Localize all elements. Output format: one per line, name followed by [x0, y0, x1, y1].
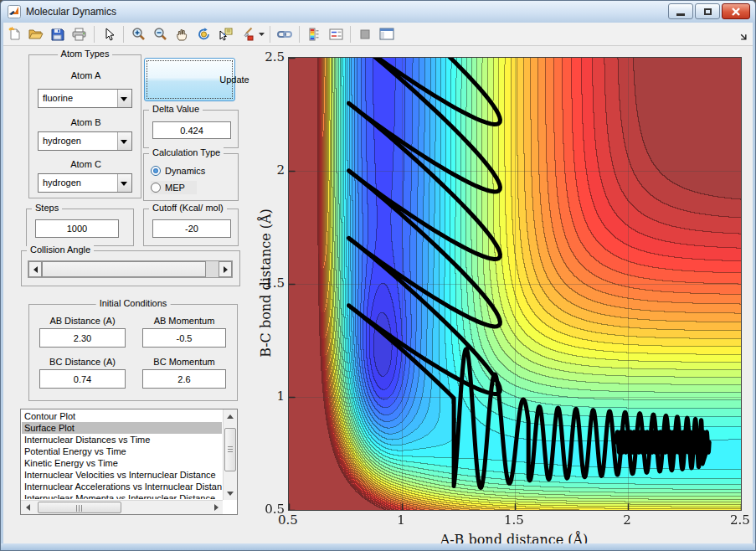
plot-type-listbox[interactable]: Contour PlotSurface PlotInternuclear Dis… — [20, 409, 238, 515]
edit-plot-button[interactable] — [99, 24, 119, 44]
scroll-left-button[interactable] — [21, 501, 34, 514]
atom-b-value: hydrogen — [43, 136, 81, 146]
steps-groupbox: Steps — [26, 209, 134, 246]
ab-momentum-field[interactable] — [142, 328, 226, 348]
vertical-scrollbar-thumb[interactable] — [224, 428, 236, 471]
data-cursor-icon — [219, 27, 233, 41]
steps-legend: Steps — [32, 203, 62, 213]
rotate-3d-button[interactable] — [193, 24, 213, 44]
delta-value-legend: Delta Value — [149, 104, 203, 114]
thumb-grip — [76, 505, 84, 510]
plot-list-item[interactable]: Internuclear Momenta vs Internuclear Dis… — [22, 492, 222, 499]
new-figure-button[interactable] — [4, 24, 24, 44]
mep-radio-row[interactable]: MEP — [151, 181, 197, 194]
plot-list-item[interactable]: Internuclear Accelerations vs Internucle… — [22, 481, 222, 492]
collision-angle-slider[interactable] — [28, 260, 233, 278]
atom-a-value: fluorine — [43, 93, 73, 103]
atom-c-label: Atom C — [29, 159, 142, 169]
plot-list-item[interactable]: Surface Plot — [22, 422, 222, 434]
close-button[interactable] — [722, 3, 750, 19]
show-plot-tools-dock-button[interactable] — [377, 24, 397, 44]
scroll-up-button[interactable] — [224, 409, 237, 423]
print-figure-button[interactable] — [69, 24, 90, 44]
zoom-in-button[interactable] — [128, 24, 148, 44]
y-tick-label: 2.5 — [251, 49, 285, 64]
bc-distance-field[interactable] — [39, 369, 126, 389]
x-tick-label: 1 — [376, 512, 426, 528]
open-file-button[interactable] — [26, 24, 46, 44]
save-figure-button[interactable] — [48, 24, 68, 44]
delta-value-field[interactable] — [152, 121, 231, 139]
insert-legend-button[interactable] — [326, 24, 346, 44]
triangle-right-icon — [224, 266, 228, 273]
open-file-icon — [28, 28, 44, 41]
toolbar-separator — [350, 26, 351, 43]
toolbar-separator — [270, 26, 270, 43]
new-figure-icon — [8, 27, 22, 41]
bc-momentum-field[interactable] — [142, 369, 226, 389]
update-button-label: Update — [190, 75, 280, 85]
data-cursor-button[interactable] — [215, 24, 235, 44]
ab-distance-label: AB Distance (A) — [39, 316, 126, 326]
dynamics-radio-row[interactable]: Dynamics — [151, 164, 205, 178]
brush-dropdown-caret[interactable] — [258, 24, 266, 44]
link-plot-button[interactable] — [275, 24, 295, 44]
mep-radio[interactable] — [151, 183, 161, 193]
toolbar-overflow-button[interactable] — [739, 29, 748, 44]
toolbar-separator — [123, 26, 124, 43]
vertical-scrollbar[interactable] — [223, 409, 237, 500]
edit-plot-arrow-icon — [103, 28, 115, 41]
triangle-right-icon — [214, 504, 219, 511]
slider-left-arrow[interactable] — [28, 261, 42, 277]
zoom-out-button[interactable] — [150, 24, 170, 44]
dynamics-radio-label: Dynamics — [165, 166, 205, 176]
scroll-down-button[interactable] — [224, 487, 237, 500]
slider-right-arrow[interactable] — [219, 261, 232, 277]
insert-colorbar-button[interactable] — [304, 24, 324, 44]
colorbar-icon — [308, 28, 320, 41]
cutoff-field[interactable] — [152, 219, 231, 238]
slider-thumb[interactable] — [42, 261, 206, 277]
rotate-3d-icon — [197, 27, 211, 41]
update-button[interactable]: Update — [144, 58, 235, 101]
pan-button[interactable] — [172, 24, 192, 44]
horizontal-scrollbar[interactable] — [21, 500, 223, 514]
show-plot-tools-dock-icon — [379, 28, 394, 40]
brush-data-button[interactable] — [237, 24, 257, 44]
atom-b-dropdown[interactable]: hydrogen — [38, 131, 132, 151]
ab-distance-field[interactable] — [39, 328, 126, 348]
title-bar[interactable]: Molecular Dynamics — [1, 1, 755, 23]
atom-a-label: Atom A — [29, 70, 142, 80]
hide-plot-tools-icon — [359, 28, 371, 40]
brush-icon — [240, 27, 255, 41]
atom-c-dropdown[interactable]: hydrogen — [38, 173, 132, 193]
figure-toolbar — [3, 23, 753, 46]
minimize-button[interactable] — [668, 3, 693, 19]
dropdown-arrow-button[interactable] — [117, 132, 131, 150]
atom-a-dropdown[interactable]: fluorine — [38, 89, 132, 108]
save-icon — [51, 28, 64, 41]
dropdown-arrow-button[interactable] — [117, 174, 131, 192]
steps-field[interactable] — [35, 219, 119, 238]
cutoff-legend: Cutoff (Kcal/ mol) — [149, 203, 227, 213]
print-icon — [72, 28, 87, 41]
dynamics-radio[interactable] — [151, 166, 161, 176]
delta-value-groupbox: Delta Value — [143, 110, 239, 148]
restore-button[interactable] — [695, 3, 720, 19]
hide-plot-tools-button[interactable] — [355, 24, 375, 44]
plot-list-item[interactable]: Kinetic Energy vs Time — [22, 457, 222, 469]
y-tick-label: 0.5 — [251, 502, 285, 517]
calculation-type-legend: Calculation Type — [149, 147, 224, 157]
pan-hand-icon — [175, 28, 188, 41]
ab-momentum-label: AB Momentum — [142, 316, 226, 326]
y-tick-label: 2 — [251, 162, 285, 178]
plot-list-item[interactable]: Internuclear Velocities vs Internuclear … — [22, 469, 222, 481]
scroll-right-button[interactable] — [209, 501, 223, 514]
plot-list-item[interactable]: Potential Energy vs Time — [22, 445, 222, 457]
dropdown-arrow-button[interactable] — [117, 90, 131, 107]
horizontal-scrollbar-thumb[interactable] — [38, 502, 121, 513]
plot-list-item[interactable]: Contour Plot — [22, 410, 222, 422]
y-tick-label: 1 — [251, 389, 285, 404]
window-title: Molecular Dynamics — [26, 6, 116, 18]
plot-list-item[interactable]: Internuclear Distances vs Time — [22, 434, 222, 445]
